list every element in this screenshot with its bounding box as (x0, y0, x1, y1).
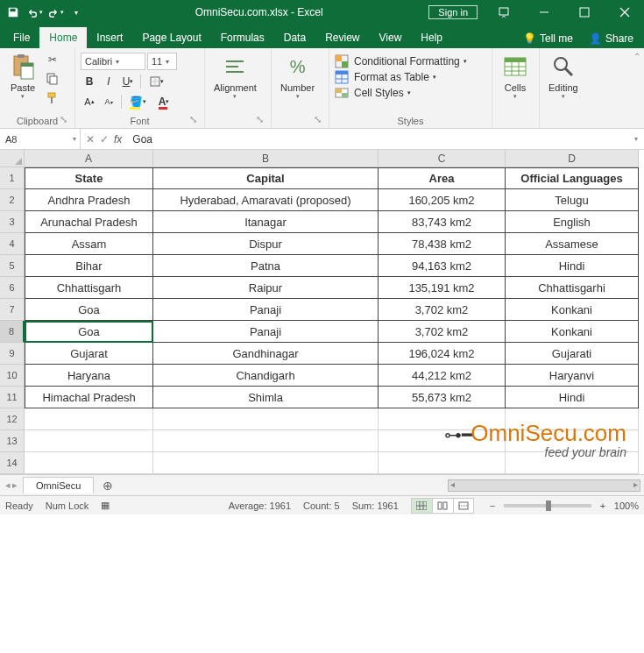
zoom-level[interactable]: 100% (614, 500, 639, 511)
header-cell[interactable]: Capital (153, 167, 379, 189)
alignment-button[interactable]: Alignment ▾ (210, 51, 260, 102)
data-cell[interactable]: Panaji (153, 299, 379, 321)
row-header-9[interactable]: 9 (0, 343, 25, 365)
tab-help[interactable]: Help (411, 27, 452, 48)
tab-formulas[interactable]: Formulas (211, 27, 274, 48)
font-color-button[interactable]: A▾ (152, 93, 176, 110)
qat-customize-button[interactable]: ▾ (67, 3, 86, 22)
column-header-C[interactable]: C (379, 150, 506, 167)
row-header-14[interactable]: 14 (0, 452, 25, 474)
cancel-formula-button[interactable]: ✕ (86, 133, 95, 146)
data-cell[interactable]: Konkani (506, 321, 639, 343)
tab-view[interactable]: View (370, 27, 412, 48)
empty-cell[interactable] (506, 430, 639, 452)
empty-cell[interactable] (506, 452, 639, 474)
number-button[interactable]: % Number ▾ (277, 51, 318, 102)
column-header-D[interactable]: D (506, 150, 639, 167)
empty-cell[interactable] (379, 408, 506, 430)
row-header-3[interactable]: 3 (0, 211, 25, 233)
select-all-corner[interactable] (0, 150, 25, 167)
add-sheet-button[interactable]: ⊕ (94, 479, 122, 493)
data-cell[interactable]: Andhra Pradesh (25, 189, 153, 211)
decrease-font-button[interactable]: A▾ (100, 93, 117, 110)
data-cell[interactable]: 83,743 km2 (379, 211, 506, 233)
header-cell[interactable]: State (25, 167, 153, 189)
minimize-button[interactable] (525, 0, 563, 25)
cut-button[interactable]: ✂ (44, 51, 61, 68)
empty-cell[interactable] (25, 430, 153, 452)
tab-insert[interactable]: Insert (87, 27, 132, 48)
row-header-1[interactable]: 1 (0, 167, 25, 189)
insert-function-button[interactable]: fx (114, 133, 122, 146)
row-header-7[interactable]: 7 (0, 299, 25, 321)
undo-button[interactable]: ▾ (25, 3, 44, 22)
data-cell[interactable]: Goa (25, 299, 153, 321)
signin-button[interactable]: Sign in (428, 5, 478, 19)
data-cell[interactable]: Raipur (153, 277, 379, 299)
italic-button[interactable]: I (100, 73, 117, 90)
data-cell[interactable]: English (506, 211, 639, 233)
row-header-6[interactable]: 6 (0, 277, 25, 299)
tab-home[interactable]: Home (39, 27, 87, 48)
data-cell[interactable]: 78,438 km2 (379, 233, 506, 255)
tellme-button[interactable]: Tell me (540, 32, 573, 45)
data-cell[interactable]: Himachal Pradesh (25, 387, 153, 408)
data-cell[interactable]: Gujarat (25, 343, 153, 365)
ribbon-options-button[interactable] (485, 0, 523, 25)
share-button[interactable]: Share (605, 32, 633, 45)
data-cell[interactable]: Shimla (153, 387, 379, 408)
paste-button[interactable]: Paste ▾ (5, 51, 40, 102)
view-normal-button[interactable] (411, 498, 432, 514)
cells-grid[interactable]: ABCD1StateCapitalAreaOfficial Languages2… (0, 150, 644, 474)
row-header-5[interactable]: 5 (0, 255, 25, 277)
sheet-tab-active[interactable]: OmniSecu (23, 477, 94, 493)
borders-button[interactable]: ▾ (145, 73, 169, 90)
view-page-break-button[interactable] (453, 498, 474, 514)
data-cell[interactable]: Arunachal Pradesh (25, 211, 153, 233)
horizontal-scrollbar[interactable] (448, 479, 640, 492)
data-cell[interactable]: Chandigarh (153, 365, 379, 387)
data-cell[interactable]: Goa (25, 321, 153, 343)
expand-formula-bar-button[interactable]: ▾ (628, 135, 644, 143)
fill-color-button[interactable]: 🪣▾ (125, 93, 150, 110)
header-cell[interactable]: Area (379, 167, 506, 189)
zoom-slider[interactable] (504, 504, 591, 507)
close-button[interactable] (605, 0, 644, 25)
empty-cell[interactable] (25, 408, 153, 430)
row-header-4[interactable]: 4 (0, 233, 25, 255)
empty-cell[interactable] (153, 408, 379, 430)
format-painter-button[interactable] (44, 89, 61, 107)
empty-cell[interactable] (506, 408, 639, 430)
alignment-launcher[interactable]: ⤡ (253, 114, 265, 126)
collapse-ribbon-button[interactable]: ⌃ (633, 52, 640, 61)
empty-cell[interactable] (153, 430, 379, 452)
data-cell[interactable]: Gujarati (506, 343, 639, 365)
formula-input[interactable]: Goa (127, 133, 628, 146)
tab-file[interactable]: File (4, 27, 39, 48)
bold-button[interactable]: B (81, 73, 98, 90)
data-cell[interactable]: Assamese (506, 233, 639, 255)
data-cell[interactable]: Itanagar (153, 211, 379, 233)
data-cell[interactable]: Konkani (506, 299, 639, 321)
accept-formula-button[interactable]: ✓ (100, 133, 109, 146)
data-cell[interactable]: 44,212 km2 (379, 365, 506, 387)
tab-review[interactable]: Review (315, 27, 369, 48)
data-cell[interactable]: Patna (153, 255, 379, 277)
row-header-2[interactable]: 2 (0, 189, 25, 211)
data-cell[interactable]: Chhattisgarhi (506, 277, 639, 299)
data-cell[interactable]: 196,024 km2 (379, 343, 506, 365)
cells-button[interactable]: Cells ▾ (498, 51, 533, 102)
underline-button[interactable]: U▾ (119, 73, 137, 90)
name-box[interactable]: A8▾ (0, 129, 81, 149)
data-cell[interactable]: 55,673 km2 (379, 387, 506, 408)
font-size-select[interactable]: 11▾ (147, 53, 177, 70)
sheet-nav-prev[interactable]: ◂ (5, 479, 11, 491)
empty-cell[interactable] (153, 452, 379, 474)
data-cell[interactable]: Chhattisgarh (25, 277, 153, 299)
view-page-layout-button[interactable] (432, 498, 453, 514)
data-cell[interactable]: Assam (25, 233, 153, 255)
row-header-13[interactable]: 13 (0, 430, 25, 452)
data-cell[interactable]: Haryana (25, 365, 153, 387)
data-cell[interactable]: Gandhinagar (153, 343, 379, 365)
column-header-B[interactable]: B (153, 150, 379, 167)
